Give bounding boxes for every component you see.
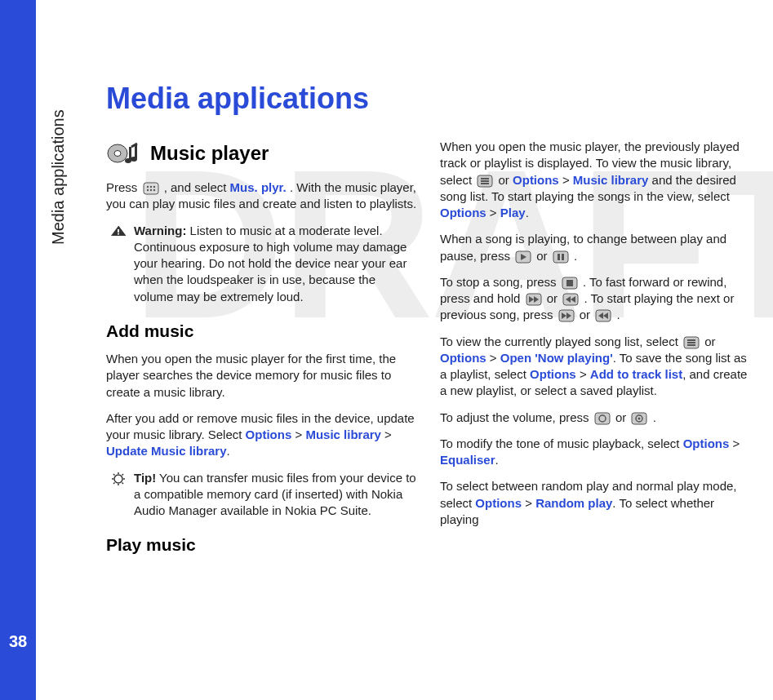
text: or (704, 334, 715, 348)
add-to-track-list-link: Add to track list (590, 367, 682, 381)
svg-rect-29 (553, 251, 568, 263)
tip-label: Tip! (134, 471, 156, 485)
svg-rect-14 (118, 233, 119, 235)
forward-key-icon (526, 293, 542, 306)
text: or (547, 291, 562, 305)
svg-rect-42 (595, 413, 610, 424)
add-music-p2: After you add or remove music files in t… (106, 410, 417, 460)
open-now-playing-link: Open 'Now playing' (500, 351, 613, 365)
text: To modify the tone of music playback, se… (440, 436, 683, 450)
play-music-p4: To view the currently played song list, … (440, 334, 751, 400)
pause-key-icon (553, 250, 569, 264)
text: . (574, 249, 577, 263)
svg-line-22 (122, 474, 124, 476)
svg-rect-40 (687, 342, 695, 343)
text: . (227, 444, 230, 458)
svg-rect-25 (481, 178, 489, 179)
svg-point-3 (125, 158, 131, 163)
text: > (486, 351, 500, 365)
text: > (486, 206, 500, 219)
text: or (499, 173, 513, 187)
equaliser-link: Equaliser (440, 453, 495, 467)
play-music-p6: To modify the tone of music playback, se… (440, 436, 751, 469)
svg-rect-33 (566, 280, 573, 286)
text: , and select (164, 180, 230, 194)
tip-body: Tip! You can transfer music files from y… (134, 470, 417, 520)
svg-point-7 (146, 186, 148, 188)
text: . (495, 453, 499, 467)
page-title: Media applications (106, 82, 751, 116)
music-player-heading: Music player (150, 140, 269, 166)
tip-icon (109, 472, 127, 486)
text: > (576, 367, 590, 381)
stop-key-icon (562, 277, 578, 290)
menu-key-icon (143, 182, 159, 195)
text: > (291, 428, 305, 441)
rewind-key-icon (562, 293, 579, 306)
svg-line-20 (113, 474, 115, 476)
warning-label: Warning: (134, 224, 186, 237)
warning-icon (109, 224, 127, 239)
svg-point-1 (114, 151, 121, 157)
music-library-link: Music library (573, 173, 649, 187)
svg-point-46 (638, 417, 641, 419)
warning-block: Warning: Listen to music at a moderate l… (106, 223, 417, 305)
volume-down-key-icon (631, 412, 647, 425)
page-content: Media applications Music player Press (106, 82, 751, 596)
svg-rect-6 (144, 183, 158, 194)
text: > (729, 436, 740, 450)
text: You can transfer music files from your d… (134, 471, 416, 518)
music-player-header: Music player (106, 139, 417, 168)
update-music-library-link: Update Music library (106, 444, 227, 458)
text: Press (106, 180, 141, 194)
svg-point-11 (149, 189, 151, 191)
random-play-link: Random play (535, 496, 612, 510)
svg-rect-31 (562, 254, 564, 260)
library-key-icon (477, 175, 493, 188)
play-link: Play (500, 206, 526, 219)
mus-plyr-link: Mus. plyr. (230, 180, 287, 194)
text: or (536, 249, 551, 263)
music-library-link: Music library (305, 428, 381, 441)
forward-key-icon (558, 309, 575, 322)
svg-line-21 (122, 482, 124, 484)
play-key-icon (515, 250, 531, 264)
text: > (381, 428, 392, 441)
side-bar: 38 (0, 0, 36, 700)
svg-point-15 (114, 475, 122, 483)
add-music-p1: When you open the music player for the f… (106, 351, 417, 401)
options-link: Options (475, 496, 522, 510)
rewind-key-icon (595, 309, 611, 322)
text: . (526, 206, 529, 219)
text: To view the currently played song list, … (440, 334, 682, 348)
svg-line-23 (113, 482, 115, 484)
svg-point-5 (131, 157, 137, 162)
options-link: Options (440, 351, 486, 365)
text: To adjust the volume, press (440, 410, 593, 424)
volume-up-key-icon (594, 412, 611, 425)
svg-rect-41 (687, 344, 695, 346)
play-music-p1: When you open the music player, the prev… (440, 139, 751, 221)
svg-point-9 (153, 186, 154, 188)
text: or (580, 308, 594, 321)
svg-rect-27 (481, 183, 489, 184)
text: . (653, 410, 656, 424)
page-number: 38 (0, 632, 36, 651)
play-music-p2: When a song is playing, to change betwee… (440, 231, 751, 264)
svg-point-12 (153, 189, 154, 191)
svg-rect-13 (118, 229, 119, 233)
music-player-intro: Press , and select Mus. plyr. . With the… (106, 179, 417, 213)
options-link: Options (513, 173, 559, 187)
warning-body: Warning: Listen to music at a moderate l… (134, 223, 417, 305)
text: When a song is playing, to change betwee… (440, 232, 726, 262)
svg-point-8 (149, 186, 151, 188)
text: To stop a song, press (440, 275, 560, 289)
play-music-heading: Play music (106, 534, 417, 556)
options-link: Options (246, 428, 292, 441)
add-music-heading: Add music (106, 320, 417, 343)
text: > (559, 173, 573, 187)
text: > (522, 496, 535, 510)
text: or (615, 410, 630, 424)
svg-rect-26 (481, 180, 489, 182)
svg-point-10 (146, 189, 148, 191)
